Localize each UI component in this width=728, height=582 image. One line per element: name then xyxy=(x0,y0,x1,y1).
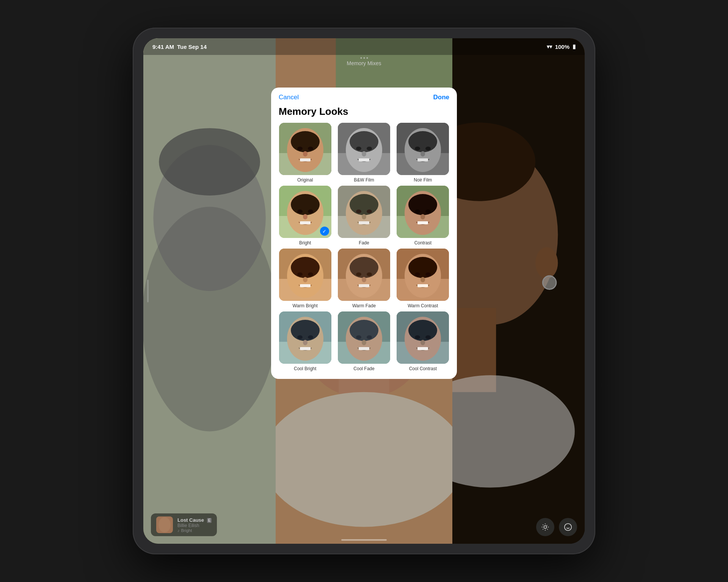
look-thumb-cool-bright xyxy=(279,311,331,364)
svg-rect-109 xyxy=(300,347,311,350)
svg-point-105 xyxy=(291,320,320,341)
look-thumb-warm-contrast xyxy=(397,249,449,301)
svg-point-74 xyxy=(415,210,420,213)
look-label-cool-bright: Cool Bright xyxy=(294,366,316,371)
svg-rect-117 xyxy=(359,347,369,350)
selected-check-bright: ✓ xyxy=(320,227,329,236)
svg-point-106 xyxy=(297,335,303,339)
svg-point-73 xyxy=(408,194,437,215)
svg-point-35 xyxy=(308,147,313,150)
svg-point-90 xyxy=(356,272,361,276)
look-item-noir-film[interactable]: Noir Film xyxy=(395,123,451,183)
look-label-warm-bright: Warm Bright xyxy=(293,303,318,308)
time-display: 9:41 AM xyxy=(152,44,174,50)
look-item-cool-bright[interactable]: Cool Bright xyxy=(277,311,333,371)
ipad-screen: 9:41 AM Tue Sep 14 ▾▾ 100% ▮ Memory Mixe… xyxy=(143,38,585,544)
memory-looks-modal: Cancel Done Memory Looks xyxy=(271,88,457,379)
svg-point-97 xyxy=(408,257,437,278)
look-thumb-original xyxy=(279,123,331,175)
svg-point-36 xyxy=(303,151,308,156)
look-thumb-warm-bright xyxy=(279,249,331,301)
look-label-noir-film: Noir Film xyxy=(414,177,432,183)
look-label-cool-contrast: Cool Contrast xyxy=(409,366,437,371)
battery-icon: ▮ xyxy=(573,43,576,50)
svg-point-91 xyxy=(367,272,372,276)
look-thumb-cool-contrast xyxy=(397,311,449,364)
svg-point-59 xyxy=(308,210,313,213)
svg-point-42 xyxy=(356,147,361,150)
svg-point-99 xyxy=(425,272,431,276)
svg-point-81 xyxy=(291,257,320,278)
look-label-cool-fade: Cool Fade xyxy=(353,366,374,371)
svg-point-107 xyxy=(308,335,313,339)
look-item-cool-fade[interactable]: Cool Fade xyxy=(336,311,392,371)
svg-point-52 xyxy=(420,151,425,156)
look-item-contrast[interactable]: Contrast xyxy=(395,186,451,246)
svg-rect-93 xyxy=(359,284,369,287)
look-label-bw-film: B&W Film xyxy=(354,177,374,183)
svg-rect-69 xyxy=(359,221,369,224)
looks-grid: Original xyxy=(271,123,457,371)
svg-point-124 xyxy=(420,340,425,345)
svg-point-82 xyxy=(297,272,303,276)
svg-rect-77 xyxy=(417,221,428,224)
look-item-bright[interactable]: ✓ Bright xyxy=(277,186,333,246)
svg-point-123 xyxy=(425,335,431,339)
svg-rect-45 xyxy=(359,158,369,161)
svg-rect-85 xyxy=(300,284,311,287)
status-left: 9:41 AM Tue Sep 14 xyxy=(152,44,207,50)
svg-point-122 xyxy=(415,335,420,339)
look-item-warm-fade[interactable]: Warm Fade xyxy=(336,249,392,308)
look-thumb-bw-film xyxy=(338,123,390,175)
look-item-bw-film[interactable]: B&W Film xyxy=(336,123,392,183)
svg-rect-37 xyxy=(300,158,311,161)
look-thumb-bright: ✓ xyxy=(279,186,331,238)
look-thumb-fade xyxy=(338,186,390,238)
svg-point-84 xyxy=(303,277,308,282)
svg-point-58 xyxy=(297,210,303,213)
svg-point-83 xyxy=(308,272,313,276)
svg-point-43 xyxy=(367,147,372,150)
look-label-fade: Fade xyxy=(359,240,369,246)
svg-rect-61 xyxy=(300,221,311,224)
look-item-warm-bright[interactable]: Warm Bright xyxy=(277,249,333,308)
ipad-frame: 9:41 AM Tue Sep 14 ▾▾ 100% ▮ Memory Mixe… xyxy=(133,28,595,554)
svg-point-76 xyxy=(420,214,425,219)
done-button[interactable]: Done xyxy=(433,94,450,101)
svg-rect-125 xyxy=(417,347,428,350)
status-right: ▾▾ 100% ▮ xyxy=(547,43,576,50)
look-thumb-warm-fade xyxy=(338,249,390,301)
svg-rect-53 xyxy=(417,158,428,161)
svg-point-67 xyxy=(367,210,372,213)
status-bar: 9:41 AM Tue Sep 14 ▾▾ 100% ▮ xyxy=(143,38,585,55)
svg-point-68 xyxy=(362,214,366,219)
svg-point-116 xyxy=(362,340,366,345)
svg-point-121 xyxy=(408,320,437,341)
look-item-original[interactable]: Original xyxy=(277,123,333,183)
svg-rect-101 xyxy=(417,284,428,287)
battery-percent: 100% xyxy=(555,44,570,50)
svg-point-115 xyxy=(367,335,372,339)
svg-point-113 xyxy=(350,320,378,341)
look-item-cool-contrast[interactable]: Cool Contrast xyxy=(395,311,451,371)
look-label-contrast: Contrast xyxy=(414,240,431,246)
svg-point-66 xyxy=(356,210,361,213)
cancel-button[interactable]: Cancel xyxy=(279,94,299,101)
look-label-warm-contrast: Warm Contrast xyxy=(408,303,438,308)
svg-point-57 xyxy=(291,194,320,215)
svg-point-75 xyxy=(425,210,431,213)
svg-point-33 xyxy=(291,131,320,152)
look-thumb-noir-film xyxy=(397,123,449,175)
svg-point-41 xyxy=(350,131,378,152)
svg-point-89 xyxy=(350,257,378,278)
svg-point-49 xyxy=(408,131,437,152)
svg-point-34 xyxy=(297,147,303,150)
svg-point-114 xyxy=(356,335,361,339)
look-thumb-contrast xyxy=(397,186,449,238)
look-thumb-cool-fade xyxy=(338,311,390,364)
look-item-warm-contrast[interactable]: Warm Contrast xyxy=(395,249,451,308)
home-indicator xyxy=(341,539,387,541)
look-item-fade[interactable]: Fade xyxy=(336,186,392,246)
look-label-warm-fade: Warm Fade xyxy=(352,303,376,308)
svg-point-60 xyxy=(303,214,308,219)
